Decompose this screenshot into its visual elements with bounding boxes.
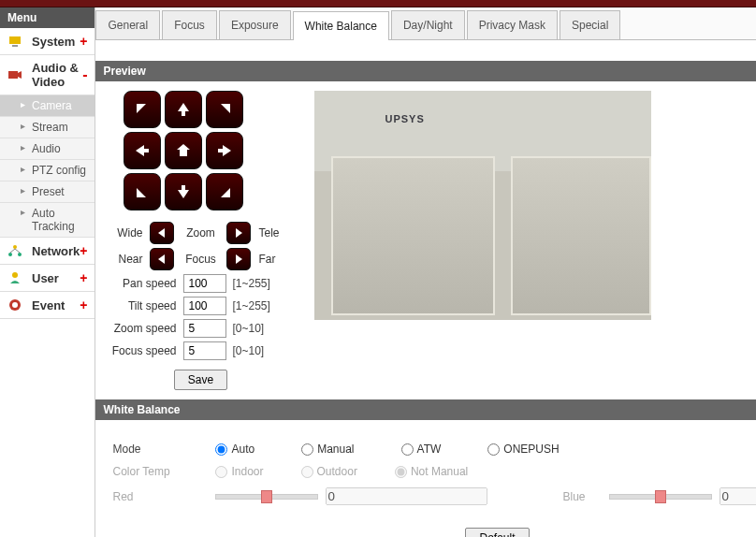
video-pane [511, 156, 651, 315]
focus-speed-range: [0~10] [226, 344, 281, 357]
colortemp-indoor-radio: Indoor [215, 465, 263, 478]
menu-group-network[interactable]: Network + [0, 238, 94, 265]
sidebar-item-ptz-config[interactable]: PTZ config [0, 160, 94, 181]
svg-marker-10 [137, 104, 146, 113]
page-title: White Balance [95, 40, 756, 61]
tilt-speed-range: [1~255] [226, 299, 281, 312]
mode-onepush-radio[interactable]: ONEPUSH [487, 443, 559, 456]
menu-group-system[interactable]: System + [0, 28, 94, 55]
slider-thumb [261, 490, 272, 503]
red-value-input [326, 487, 487, 505]
tab-day-night[interactable]: Day/Night [391, 10, 465, 39]
tab-privacy-mask[interactable]: Privacy Mask [467, 10, 558, 39]
menu-group-audiovideo[interactable]: Audio & Video - [0, 55, 94, 95]
video-pane [331, 156, 495, 315]
colortemp-outdoor-radio: Outdoor [301, 465, 357, 478]
video-preview: UPSYS [314, 91, 651, 320]
expand-icon: + [80, 298, 87, 312]
ptz-controls: Wide Zoom Tele Near Focus Far Pan speed [105, 91, 296, 390]
svg-marker-22 [236, 254, 242, 264]
svg-marker-12 [221, 104, 230, 113]
svg-point-4 [8, 253, 12, 256]
ptz-home-button[interactable] [165, 132, 202, 169]
mode-manual-radio[interactable]: Manual [301, 443, 354, 456]
slider-thumb [655, 490, 666, 503]
focus-speed-label: Focus speed [109, 344, 183, 357]
red-label: Red [112, 490, 215, 503]
svg-point-5 [18, 253, 22, 256]
tab-exposure[interactable]: Exposure [219, 10, 291, 39]
ptz-left-button[interactable] [124, 132, 161, 169]
blue-value-input [720, 487, 756, 505]
sidebar-item-camera[interactable]: Camera [0, 95, 94, 117]
pan-speed-input[interactable] [183, 274, 226, 293]
pan-speed-label: Pan speed [109, 277, 183, 290]
sidebar-item-audio[interactable]: Audio [0, 138, 94, 160]
svg-marker-16 [137, 188, 146, 197]
mode-label: Mode [112, 443, 215, 456]
audiovideo-icon [7, 67, 22, 82]
zoom-out-button[interactable] [150, 222, 174, 244]
svg-point-9 [12, 302, 18, 308]
zoom-label: Zoom [182, 226, 219, 239]
svg-marker-11 [178, 103, 189, 116]
app-top-bar [0, 0, 756, 7]
mode-atw-radio[interactable]: ATW [401, 443, 442, 456]
expand-icon: + [80, 34, 87, 49]
event-icon [7, 298, 22, 312]
tele-label: Tele [258, 226, 296, 239]
sidebar-item-preset[interactable]: Preset [0, 181, 94, 203]
svg-point-6 [13, 245, 17, 249]
default-button[interactable]: Default [465, 528, 529, 537]
red-slider [215, 494, 318, 500]
ptz-down-button[interactable] [165, 173, 202, 210]
svg-rect-2 [8, 71, 18, 79]
svg-marker-18 [221, 188, 230, 197]
far-label: Far [258, 253, 296, 266]
colortemp-label: Color Temp [112, 465, 215, 478]
svg-marker-14 [177, 144, 190, 156]
menu-header: Menu [0, 7, 94, 28]
focus-far-button[interactable] [226, 248, 251, 270]
ptz-up-left-button[interactable] [124, 91, 161, 128]
zoom-speed-label: Zoom speed [109, 322, 183, 335]
pan-speed-range: [1~255] [226, 277, 281, 290]
tab-focus[interactable]: Focus [162, 10, 217, 39]
wb-header: White Balance [95, 399, 756, 420]
svg-marker-15 [218, 145, 231, 156]
video-watermark: UPSYS [385, 113, 424, 124]
svg-marker-13 [136, 145, 149, 156]
audiovideo-subitems: Camera Stream Audio PTZ config Preset Au… [0, 95, 94, 238]
menu-group-event[interactable]: Event + [0, 292, 94, 319]
system-icon [7, 34, 22, 49]
zoom-in-button[interactable] [226, 222, 251, 244]
svg-marker-17 [178, 185, 189, 198]
ptz-up-right-button[interactable] [206, 91, 243, 128]
main-content: General Focus Exposure White Balance Day… [95, 7, 756, 537]
ptz-up-button[interactable] [165, 91, 202, 128]
sidebar-item-stream[interactable]: Stream [0, 117, 94, 138]
svg-marker-20 [236, 228, 242, 238]
tab-general[interactable]: General [95, 10, 160, 39]
svg-point-7 [12, 272, 18, 278]
menu-group-user[interactable]: User + [0, 265, 94, 292]
tilt-speed-input[interactable] [183, 297, 226, 315]
ptz-down-left-button[interactable] [124, 173, 161, 210]
zoom-speed-input[interactable] [183, 319, 226, 338]
wide-label: Wide [105, 226, 142, 239]
focus-speed-input[interactable] [183, 341, 226, 360]
sidebar-item-auto-tracking[interactable]: Auto Tracking [0, 203, 94, 238]
network-icon [7, 243, 22, 258]
user-icon [7, 270, 22, 285]
ptz-down-right-button[interactable] [206, 173, 243, 210]
tab-special[interactable]: Special [560, 10, 620, 39]
svg-rect-0 [9, 36, 21, 44]
save-button[interactable]: Save [174, 370, 227, 390]
tabs: General Focus Exposure White Balance Day… [95, 7, 756, 40]
ptz-right-button[interactable] [206, 132, 243, 169]
blue-label: Blue [562, 490, 609, 503]
tab-white-balance[interactable]: White Balance [293, 11, 389, 40]
mode-auto-radio[interactable]: Auto [215, 443, 254, 456]
focus-near-button[interactable] [150, 248, 174, 270]
svg-marker-19 [158, 228, 165, 238]
